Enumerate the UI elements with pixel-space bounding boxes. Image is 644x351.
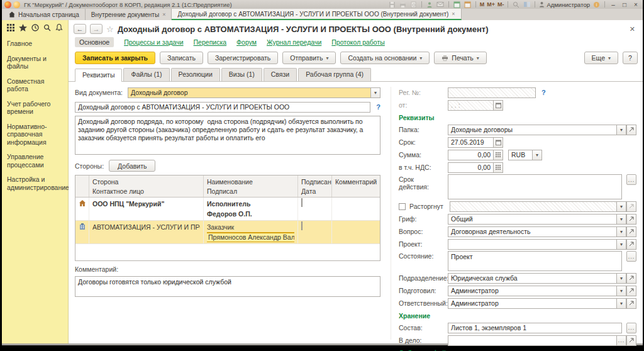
open-icon[interactable] — [626, 226, 636, 237]
sidebar-item-process-management[interactable]: Управление процессами — [7, 153, 65, 169]
signed-checkbox[interactable] — [301, 221, 303, 230]
menu-grid-icon[interactable] — [7, 24, 14, 31]
chevron-down-icon[interactable]: ▾ — [616, 239, 626, 250]
amount-field[interactable]: 0,00 — [448, 150, 493, 160]
tab-resolutions[interactable]: Резолюции — [171, 68, 220, 81]
chevron-down-icon[interactable]: ▾ — [616, 286, 626, 296]
help-button[interactable]: ? — [623, 52, 638, 64]
minimize-button[interactable]: – — [609, 1, 618, 8]
col-date[interactable]: Дата — [301, 186, 328, 196]
chevron-down-icon[interactable]: ▾ — [616, 214, 626, 225]
layout-icon[interactable] — [523, 1, 531, 8]
calc-m-plus-button[interactable]: M+ — [487, 1, 495, 8]
chevron-down-icon[interactable]: ▾ — [616, 125, 626, 135]
col-signed[interactable]: Подписан — [301, 177, 328, 186]
signer-edit-field[interactable]: Прямоносов Александр Валерьевич — [207, 232, 294, 242]
close-form-icon[interactable]: ✕ — [627, 25, 638, 33]
preview-icon[interactable] — [409, 1, 418, 8]
calendar-icon[interactable] — [453, 1, 461, 8]
add-party-button[interactable]: Добавить — [109, 160, 155, 172]
nav-link-processes[interactable]: Процессы и задачи — [124, 38, 183, 46]
calendar-icon[interactable] — [493, 137, 503, 148]
notifications-bell-icon[interactable] — [55, 24, 63, 31]
sidebar-item-documents-files[interactable]: Документы и файлы — [7, 55, 65, 70]
nav-link-transfer-log[interactable]: Журнал передачи — [267, 38, 321, 46]
table-row-selected[interactable]: АВТОМАТИЗАЦИЯ - УСЛУГИ И ПРОЕКТЫ ООО Зак… — [75, 221, 380, 244]
project-field[interactable] — [448, 239, 616, 250]
close-tab-icon[interactable]: × — [452, 11, 455, 17]
composition-field[interactable]: Листов 1, экземпляров 1 — [448, 323, 622, 333]
restore-button[interactable]: □ — [620, 1, 629, 8]
question-field[interactable]: Договорная деятельность — [448, 226, 616, 237]
close-tab-icon[interactable]: × — [162, 11, 165, 18]
tab-internal-documents[interactable]: Внутренние документы × — [86, 9, 172, 20]
table-empty-area[interactable] — [75, 244, 380, 260]
table-row[interactable]: ООО НПЦ "Меркурий" ИсполнительФедоров О.… — [75, 198, 380, 221]
print-button[interactable]: Печать▾ — [434, 52, 486, 64]
calc-m-minus-button[interactable]: M- — [497, 1, 504, 8]
tab-visas[interactable]: Визы (1) — [221, 68, 262, 81]
sidebar-item-reference-info[interactable]: Нормативно-справочная информация — [7, 123, 65, 147]
responsible-field[interactable]: Администратор — [448, 298, 616, 309]
currency-field[interactable]: RUB — [508, 150, 532, 160]
folder-field[interactable]: Доходные договоры — [448, 125, 616, 135]
doc-description-field[interactable]: Доходный договор подряда, по которому од… — [75, 116, 380, 155]
open-icon[interactable] — [626, 298, 636, 309]
info-icon[interactable]: i — [592, 1, 601, 8]
nav-link-correspondence[interactable]: Переписка — [194, 38, 227, 46]
ellipsis-button[interactable]: ... — [626, 323, 636, 333]
sidebar-item-settings-administration[interactable]: Настройка и администрирование — [7, 176, 65, 191]
chevron-down-icon[interactable]: ▾ — [616, 273, 626, 284]
sidebar-item-time-tracking[interactable]: Учет рабочего времени — [7, 100, 65, 116]
col-signed-by[interactable]: Подписал — [207, 186, 294, 196]
ellipsis-button[interactable]: ... — [616, 335, 626, 346]
forward-button[interactable]: → — [90, 24, 103, 34]
vat-field[interactable]: 0,00 — [448, 162, 493, 173]
nav-link-work-log[interactable]: Протокол работы — [331, 38, 385, 46]
chevron-down-icon[interactable]: ▾ — [616, 298, 626, 309]
help-icon[interactable]: ? — [376, 103, 380, 111]
main-menu-icon[interactable] — [13, 1, 20, 8]
col-comment[interactable]: Комментарий — [335, 177, 377, 186]
ellipsis-button[interactable]: ... — [626, 174, 636, 185]
doc-kind-field[interactable]: Доходный договор — [128, 87, 370, 98]
search-icon[interactable] — [43, 24, 51, 31]
close-window-button[interactable]: × — [631, 1, 640, 8]
tab-files[interactable]: Файлы (1) — [123, 68, 169, 81]
grif-field[interactable]: Общий — [448, 214, 616, 225]
save-and-close-button[interactable]: Записать и закрыть — [75, 52, 155, 64]
save-button[interactable]: Записать — [160, 52, 203, 64]
open-icon[interactable] — [626, 239, 636, 250]
state-field[interactable]: Проект — [448, 251, 622, 271]
prepared-by-field[interactable]: Администратор — [448, 286, 616, 296]
signed-checkbox[interactable] — [301, 198, 303, 207]
tab-document[interactable]: Доходный договор с АВТОМАТИЗАЦИЯ - УСЛУГ… — [172, 9, 461, 20]
ellipsis-button[interactable]: ... — [626, 251, 636, 262]
back-button[interactable]: ← — [74, 24, 86, 34]
tab-workgroup[interactable]: Рабочая группа (4) — [298, 68, 371, 81]
case-field[interactable] — [448, 335, 616, 346]
chevron-down-icon[interactable]: ▾ — [370, 87, 380, 98]
tab-requisites[interactable]: Реквизиты — [75, 69, 122, 82]
comment-field[interactable]: Договоры готовятся только юридической сл… — [75, 276, 380, 297]
open-icon[interactable] — [626, 273, 636, 284]
favorite-star-icon[interactable]: ☆ — [106, 25, 114, 34]
contacts-icon[interactable] — [426, 1, 434, 8]
open-icon[interactable] — [626, 286, 636, 296]
sidebar-item-main[interactable]: Главное — [7, 40, 65, 48]
save-icon[interactable] — [388, 1, 396, 8]
calculator-icon[interactable] — [493, 150, 503, 160]
sidebar-item-collaboration[interactable]: Совместная работа — [7, 77, 65, 93]
calculator-icon[interactable] — [493, 162, 503, 173]
send-button[interactable]: Отправить▾ — [282, 52, 336, 64]
tab-links[interactable]: Связи — [264, 68, 297, 81]
open-icon[interactable] — [626, 335, 636, 346]
nav-link-forum[interactable]: Форум — [236, 38, 257, 46]
department-field[interactable]: Юридическая служба — [448, 273, 616, 284]
history-clock-icon[interactable] — [31, 24, 39, 31]
open-icon[interactable] — [626, 125, 636, 135]
favorites-star-icon[interactable] — [19, 24, 27, 31]
more-button[interactable]: Еще▾ — [584, 52, 618, 64]
register-button[interactable]: Зарегистрировать — [208, 52, 278, 64]
mail-icon[interactable] — [436, 1, 445, 8]
